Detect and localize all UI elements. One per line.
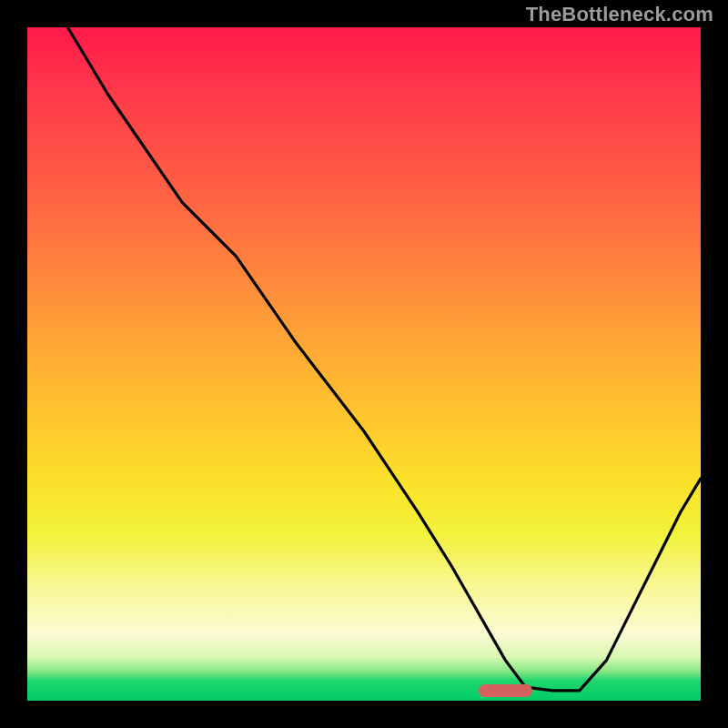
chart-plot-area [27,27,701,701]
chart-svg [27,27,701,701]
chart-stage: TheBottleneck.com [0,0,728,728]
chart-minimum-marker [479,684,532,697]
watermark-text: TheBottleneck.com [526,3,713,26]
chart-curve-path [67,27,701,691]
